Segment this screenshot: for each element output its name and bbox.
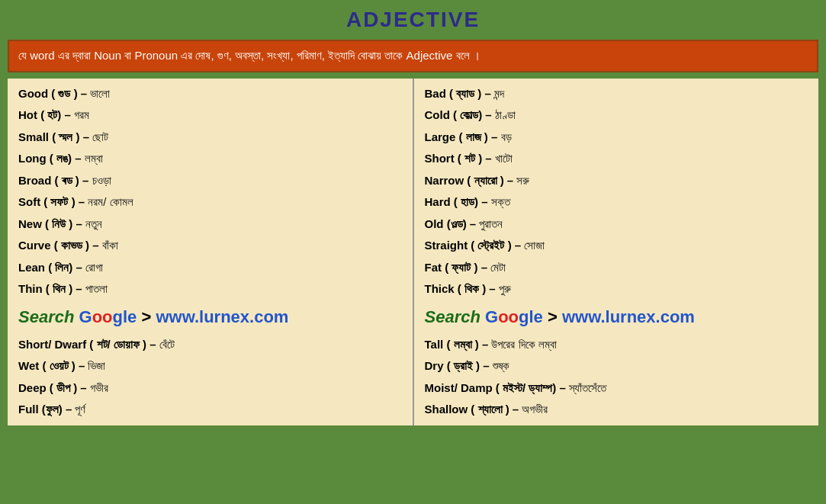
list-item: Shallow ( শ্যালো ) – অগভীর bbox=[425, 399, 808, 421]
english-term: Thick ( থিক ) – bbox=[425, 282, 496, 295]
english-term: Large ( লাজ ) – bbox=[425, 130, 498, 143]
list-item: Moist/ Damp ( মইস্ট/ ড্যাম্প) – স্যাঁতসে… bbox=[425, 377, 808, 400]
list-item: Lean ( লিন) – রোগা bbox=[18, 257, 402, 279]
list-item: Hard ( হাড) – সক্ত bbox=[425, 191, 808, 213]
english-term: Bad ( ব্যাড ) – bbox=[425, 87, 491, 100]
bengali-meaning: পুরাতন bbox=[476, 217, 503, 230]
english-term: Wet ( ওেয়ট ) – bbox=[18, 359, 85, 372]
list-item: Thick ( থিক ) – পুরু bbox=[425, 278, 808, 300]
bengali-meaning: সোজা bbox=[521, 239, 545, 252]
bengali-meaning: সক্ত bbox=[488, 195, 510, 208]
bengali-meaning: নরম/ কোমল bbox=[85, 195, 133, 208]
list-item: Short/ Dwarf ( শট/ ডোয়াফ ) – বেঁটে bbox=[18, 334, 402, 356]
english-term: Short ( শট ) – bbox=[425, 152, 492, 165]
url-text: www.lurnex.com bbox=[156, 307, 288, 326]
list-item: Deep ( ডীপ ) – গভীর bbox=[18, 377, 402, 400]
list-item: Wet ( ওেয়ট ) – ভিজা bbox=[18, 355, 402, 377]
bengali-meaning: গভীর bbox=[87, 381, 108, 394]
bengali-meaning: মেটা bbox=[487, 261, 506, 274]
right-entries: Bad ( ব্যাড ) – মন্দCold ( কোল্ড) – ঠাণ্… bbox=[425, 83, 808, 421]
english-term: Good ( গুড ) – bbox=[18, 87, 87, 100]
list-item: Hot ( হট) – গরম bbox=[18, 104, 402, 127]
english-term: Deep ( ডীপ ) – bbox=[18, 381, 87, 394]
bengali-meaning: ভিজা bbox=[85, 359, 105, 372]
bengali-meaning: ভালো bbox=[87, 87, 110, 100]
bengali-meaning: অগভীর bbox=[519, 403, 548, 416]
google-g: G bbox=[485, 307, 498, 326]
english-term: Full (ফুল) – bbox=[18, 403, 72, 416]
search-text: Search bbox=[425, 307, 486, 326]
list-item: Full (ফুল) – পূর্ণ bbox=[18, 399, 402, 421]
list-item: Straight ( স্ট্রেইট ) – সোজা bbox=[425, 235, 808, 257]
table-row-main: Good ( গুড ) – ভালোHot ( হট) – গরমSmall … bbox=[8, 79, 818, 425]
google-gle: gle bbox=[113, 307, 137, 326]
english-term: Long ( লঙ) – bbox=[18, 152, 82, 165]
list-item: Broad ( ৰড ) – চওড়া bbox=[18, 170, 402, 192]
bengali-meaning: বাঁকা bbox=[99, 239, 118, 252]
list-item: Cold ( কোল্ড) – ঠাণ্ডা bbox=[425, 104, 808, 127]
list-item: New ( নিউ ) – নতুন bbox=[18, 213, 402, 236]
bengali-meaning: বেঁটে bbox=[156, 338, 175, 351]
left-column: Good ( গুড ) – ভালোHot ( হট) – গরমSmall … bbox=[8, 79, 413, 425]
list-item: Dry ( ড্রাই ) – শুষ্ক bbox=[425, 355, 808, 377]
english-term: Small ( স্মল ) – bbox=[18, 130, 89, 143]
list-item: Good ( গুড ) – ভালো bbox=[18, 83, 402, 105]
adjective-table: Good ( গুড ) – ভালোHot ( হট) – গরমSmall … bbox=[8, 79, 818, 425]
bengali-meaning: ঠাণ্ডা bbox=[492, 108, 516, 121]
list-item: Short ( শট ) – খাটো bbox=[425, 148, 808, 170]
bengali-meaning: গরম bbox=[71, 108, 89, 121]
list-item: Curve ( কাভড ) – বাঁকা bbox=[18, 235, 402, 257]
english-term: Moist/ Damp ( মইস্ট/ ড্যাম্প) – bbox=[425, 381, 566, 394]
page-title: ADJECTIVE bbox=[8, 8, 818, 32]
list-item: Small ( স্মল ) – ছোট bbox=[18, 127, 402, 149]
search-text: Search bbox=[18, 307, 79, 326]
right-column: Bad ( ব্যাড ) – মন্দCold ( কোল্ড) – ঠাণ্… bbox=[413, 79, 819, 425]
english-term: Lean ( লিন) – bbox=[18, 261, 82, 274]
english-term: Narrow ( ন্যারো ) – bbox=[425, 174, 514, 187]
english-term: Straight ( স্ট্রেইট ) – bbox=[425, 239, 522, 252]
english-term: Tall ( লম্বা ) – bbox=[425, 338, 489, 351]
bengali-meaning: খাটো bbox=[492, 152, 513, 165]
english-term: Hot ( হট) – bbox=[18, 108, 71, 121]
bengali-meaning: শুষ্ক bbox=[490, 359, 509, 372]
list-item: Soft ( সফট ) – নরম/ কোমল bbox=[18, 191, 402, 213]
list-item: Bad ( ব্যাড ) – মন্দ bbox=[425, 83, 808, 105]
list-item: Old (ওল্ড) – পুরাতন bbox=[425, 213, 808, 236]
english-term: Broad ( ৰড ) – bbox=[18, 174, 88, 187]
subtitle-text: যে word এর দ্বারা Noun বা Pronoun এর দোষ… bbox=[18, 49, 480, 62]
list-item: Long ( লঙ) – লম্বা bbox=[18, 148, 402, 170]
bengali-meaning: রোগা bbox=[82, 261, 103, 274]
left-entries: Good ( গুড ) – ভালোHot ( হট) – গরমSmall … bbox=[18, 83, 402, 421]
search-google-line[interactable]: Search Google > www.lurnex.com bbox=[18, 300, 402, 334]
english-term: Shallow ( শ্যালো ) – bbox=[425, 403, 519, 416]
bengali-meaning: বড় bbox=[497, 130, 511, 143]
google-gle: gle bbox=[519, 307, 543, 326]
list-item: Large ( লাজ ) – বড় bbox=[425, 127, 808, 149]
list-item: Narrow ( ন্যারো ) – সরু bbox=[425, 170, 808, 192]
english-term: Short/ Dwarf ( শট/ ডোয়াফ ) – bbox=[18, 338, 156, 351]
english-term: Fat ( ফ্যাট ) – bbox=[425, 261, 488, 274]
list-item: Tall ( লম্বা ) – উপরের দিকে লম্বা bbox=[425, 334, 808, 356]
url-text: www.lurnex.com bbox=[562, 307, 695, 326]
bengali-meaning: মন্দ bbox=[491, 87, 504, 100]
bengali-meaning: পাতলা bbox=[82, 282, 108, 295]
english-term: Dry ( ড্রাই ) – bbox=[425, 359, 490, 372]
english-term: Curve ( কাভড ) – bbox=[18, 239, 99, 252]
google-oo: oo bbox=[92, 307, 113, 326]
bengali-meaning: ছোট bbox=[89, 130, 108, 143]
bengali-meaning: পুরু bbox=[496, 282, 511, 295]
english-term: Thin ( থিন ) – bbox=[18, 282, 82, 295]
google-oo: oo bbox=[498, 307, 519, 326]
bengali-meaning: উপরের দিকে লম্বা bbox=[488, 338, 557, 351]
bengali-meaning: স্যাঁতসেঁতে bbox=[566, 381, 606, 394]
bengali-meaning: নতুন bbox=[82, 217, 102, 230]
english-term: Soft ( সফট ) – bbox=[18, 195, 85, 208]
google-g: G bbox=[79, 307, 92, 326]
list-item: Fat ( ফ্যাট ) – মেটা bbox=[425, 257, 808, 279]
english-term: Cold ( কোল্ড) – bbox=[425, 108, 492, 121]
english-term: New ( নিউ ) – bbox=[18, 217, 82, 230]
arrow-text: > bbox=[548, 307, 558, 326]
search-google-line[interactable]: Search Google > www.lurnex.com bbox=[425, 300, 808, 334]
list-item: Thin ( থিন ) – পাতলা bbox=[18, 278, 402, 300]
english-term: Old (ওল্ড) – bbox=[425, 217, 477, 230]
